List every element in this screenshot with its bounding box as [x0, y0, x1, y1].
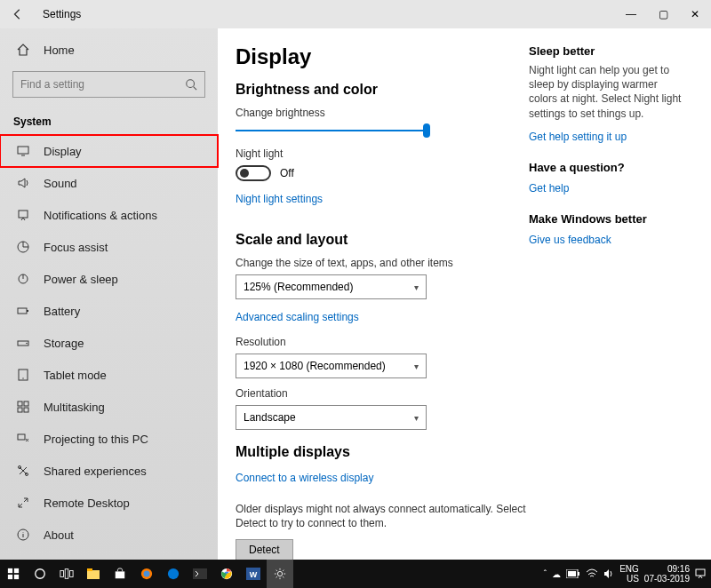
svg-text:W: W — [250, 570, 258, 579]
svg-point-31 — [168, 568, 179, 579]
chrome-icon[interactable] — [213, 560, 240, 588]
svg-rect-4 — [18, 308, 27, 314]
svg-rect-40 — [568, 571, 576, 576]
back-button[interactable] — [9, 8, 27, 20]
sidebar-item-about[interactable]: About — [0, 519, 218, 551]
night-light-toggle[interactable] — [236, 165, 271, 181]
sleep-better-desc: Night light can help you get to sleep by… — [529, 63, 687, 121]
sidebar-item-label: Battery — [44, 305, 80, 318]
advanced-scaling-link[interactable]: Advanced scaling settings — [236, 311, 359, 323]
aside-column: Sleep better Night light can help you ge… — [529, 44, 698, 560]
svg-rect-23 — [60, 570, 64, 576]
orientation-label: Orientation — [236, 387, 529, 400]
sidebar-item-battery[interactable]: Battery — [0, 295, 218, 327]
older-displays-desc: Older displays might not always connect … — [236, 502, 529, 530]
projecting-icon — [13, 432, 33, 446]
firefox-icon[interactable] — [133, 560, 160, 588]
settings-taskbar-icon[interactable] — [267, 560, 293, 588]
sidebar-item-projecting[interactable]: Projecting to this PC — [0, 423, 218, 455]
svg-rect-5 — [27, 310, 28, 312]
taskview-button[interactable] — [53, 560, 80, 588]
sidebar-home[interactable]: Home — [0, 34, 218, 66]
toggle-knob — [240, 169, 249, 178]
svg-point-22 — [36, 569, 45, 579]
svg-point-7 — [26, 343, 28, 345]
search-input[interactable] — [20, 78, 185, 91]
sidebar-item-focus-assist[interactable]: Focus assist — [0, 231, 218, 263]
night-light-settings-link[interactable]: Night light settings — [236, 193, 323, 205]
edge-icon[interactable] — [160, 560, 187, 588]
slider-thumb[interactable] — [423, 123, 430, 138]
feedback-title: Make Windows better — [529, 212, 687, 226]
sidebar-item-tablet[interactable]: Tablet mode — [0, 359, 218, 391]
sidebar-item-label: Power & sleep — [44, 273, 118, 286]
start-button[interactable] — [0, 560, 27, 588]
taskbar: W ˆ ☁ ENG US 09:16 07-03-2019 — [0, 560, 711, 588]
sidebar-item-label: Remote Desktop — [44, 497, 130, 510]
notification-icon — [13, 208, 33, 222]
tray-lang[interactable]: ENG US — [619, 564, 639, 584]
resolution-select[interactable]: 1920 × 1080 (Recommended) ▾ — [236, 354, 427, 378]
detect-button[interactable]: Detect — [236, 539, 293, 560]
tray-chevron-icon[interactable]: ˆ — [544, 569, 547, 579]
window-titlebar: Settings — ▢ ✕ — [0, 0, 711, 28]
svg-point-37 — [277, 571, 282, 576]
sidebar-item-shared[interactable]: Shared experiences — [0, 455, 218, 487]
brightness-slider[interactable] — [236, 130, 427, 131]
window-title: Settings — [43, 8, 81, 20]
chevron-down-icon: ▾ — [414, 282, 419, 292]
svg-rect-32 — [193, 568, 207, 579]
tray-wifi-icon[interactable] — [586, 568, 598, 579]
svg-rect-2 — [19, 211, 28, 218]
feedback-link[interactable]: Give us feedback — [529, 234, 611, 246]
file-explorer-icon[interactable] — [80, 560, 107, 588]
orientation-select[interactable]: Landscape ▾ — [236, 405, 427, 430]
maximize-button[interactable]: ▢ — [647, 0, 679, 28]
get-help-link[interactable]: Get help — [529, 182, 569, 195]
display-icon — [13, 144, 33, 158]
tray-volume-icon[interactable] — [603, 568, 614, 579]
sidebar-item-storage[interactable]: Storage — [0, 327, 218, 359]
sidebar-item-notifications[interactable]: Notifications & actions — [0, 199, 218, 231]
sidebar: Home System Display Sound Notifications … — [0, 28, 218, 560]
sidebar-item-power[interactable]: Power & sleep — [0, 263, 218, 295]
tray-onedrive-icon[interactable]: ☁ — [552, 569, 561, 579]
svg-rect-21 — [14, 575, 19, 579]
svg-rect-26 — [87, 570, 100, 579]
terminal-icon[interactable] — [187, 560, 213, 588]
store-icon[interactable] — [107, 560, 133, 588]
storage-icon — [13, 336, 33, 350]
sidebar-item-remote[interactable]: Remote Desktop — [0, 487, 218, 519]
tablet-icon — [13, 368, 33, 382]
scale-select[interactable]: 125% (Recommended) ▾ — [236, 274, 427, 299]
svg-rect-11 — [24, 401, 28, 406]
word-icon[interactable]: W — [240, 560, 267, 588]
battery-icon — [13, 304, 33, 318]
search-box[interactable] — [12, 71, 205, 98]
power-icon — [13, 272, 33, 286]
sidebar-item-label: Projecting to this PC — [44, 433, 148, 446]
chevron-down-icon: ▾ — [414, 362, 419, 371]
scale-value: 125% (Recommended) — [244, 281, 353, 293]
svg-rect-1 — [18, 147, 28, 154]
sidebar-item-label: Storage — [44, 337, 84, 350]
tray-clock[interactable]: 09:16 07-03-2019 — [644, 564, 690, 584]
svg-rect-27 — [87, 568, 92, 571]
connect-wireless-link[interactable]: Connect to a wireless display — [236, 472, 373, 484]
sidebar-item-label: Multitasking — [44, 401, 105, 414]
close-button[interactable]: ✕ — [679, 0, 711, 28]
home-icon — [13, 43, 33, 57]
sidebar-item-sound[interactable]: Sound — [0, 167, 218, 199]
orientation-value: Landscape — [244, 411, 296, 424]
system-tray[interactable]: ˆ ☁ ENG US 09:16 07-03-2019 — [544, 564, 711, 584]
tray-action-center-icon[interactable] — [695, 568, 706, 579]
minimize-button[interactable]: — — [615, 0, 647, 28]
main-panel: Display Brightness and color Change brig… — [218, 28, 711, 560]
sidebar-section-label: System — [0, 105, 218, 135]
scale-heading: Scale and layout — [236, 232, 529, 248]
sleep-help-link[interactable]: Get help setting it up — [529, 131, 627, 143]
cortana-button[interactable] — [27, 560, 53, 588]
tray-battery-icon[interactable] — [566, 569, 580, 578]
sidebar-item-multitasking[interactable]: Multitasking — [0, 391, 218, 423]
sidebar-item-display[interactable]: Display — [0, 135, 218, 167]
